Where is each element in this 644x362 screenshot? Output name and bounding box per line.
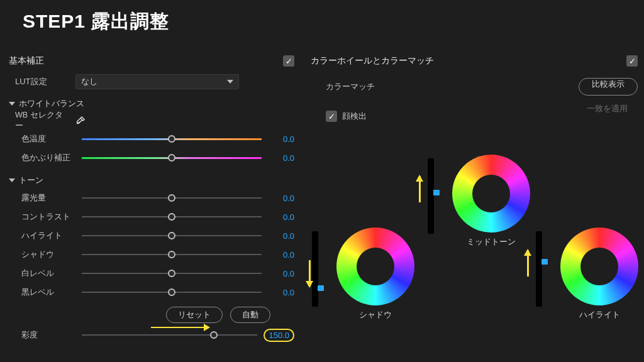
- chevron-down-icon: [9, 102, 15, 106]
- basic-enable-checkbox[interactable]: [283, 55, 294, 67]
- compare-button[interactable]: 比較表示: [579, 78, 638, 96]
- shadows-luma-slider[interactable]: [312, 231, 318, 307]
- tone-heading[interactable]: トーン: [9, 175, 294, 186]
- apply-match-button[interactable]: 一致を適用: [577, 103, 638, 121]
- highlights-color-wheel[interactable]: ハイライト: [556, 228, 643, 321]
- face-detect-label: 顔検出: [342, 111, 367, 122]
- annotation-arrow-down-icon: [309, 260, 311, 287]
- eyedropper-icon[interactable]: [75, 116, 86, 126]
- slider-whites[interactable]: 白レベル 0.0: [9, 264, 294, 283]
- basic-correction-panel: 基本補正 LUT設定 なし ホワイトバランス WB セレクター 色温度: [9, 55, 294, 344]
- slider-temperature[interactable]: 色温度 0.0: [9, 129, 294, 148]
- lut-label: LUT設定: [15, 76, 70, 87]
- annotation-arrow-right-icon: [151, 327, 209, 328]
- reset-button[interactable]: リセット: [166, 307, 223, 323]
- highlights-luma-slider[interactable]: [536, 231, 542, 307]
- face-detect-checkbox[interactable]: [326, 111, 337, 122]
- annotation-arrow-up-icon: [527, 250, 529, 277]
- page-title: STEP1 露出調整: [23, 9, 169, 35]
- chevron-down-icon: [227, 80, 233, 84]
- lut-select[interactable]: なし: [75, 74, 239, 89]
- wheels-heading: カラーホイールとカラーマッチ: [311, 55, 434, 67]
- wheels-enable-checkbox[interactable]: [626, 55, 638, 67]
- white-balance-heading[interactable]: ホワイトバランス: [9, 98, 294, 109]
- shadows-color-wheel[interactable]: シャドウ: [332, 228, 419, 321]
- slider-shadows[interactable]: シャドウ 0.0: [9, 245, 294, 264]
- midtones-luma-slider[interactable]: [428, 158, 434, 234]
- saturation-value-highlight[interactable]: 150.0: [264, 329, 294, 342]
- wb-selector-label: WB セレクター: [15, 110, 70, 131]
- color-wheels-panel: カラーホイールとカラーマッチ カラーマッチ 比較表示 顔検出 一致を適用: [311, 55, 638, 122]
- slider-contrast[interactable]: コントラスト 0.0: [9, 207, 294, 226]
- slider-blacks[interactable]: 黒レベル 0.0: [9, 283, 294, 302]
- auto-button[interactable]: 自動: [230, 307, 270, 323]
- midtones-color-wheel[interactable]: ミッドトーン: [448, 155, 535, 248]
- slider-saturation[interactable]: 彩度 150.0: [9, 326, 294, 344]
- chevron-down-icon: [9, 178, 15, 182]
- slider-tint[interactable]: 色かぶり補正 0.0: [9, 148, 294, 167]
- slider-highlights[interactable]: ハイライト 0.0: [9, 226, 294, 245]
- lut-value: なし: [81, 76, 97, 87]
- annotation-arrow-up-icon: [419, 176, 421, 202]
- color-match-label: カラーマッチ: [311, 81, 375, 92]
- basic-heading: 基本補正: [9, 55, 44, 67]
- slider-exposure[interactable]: 露光量 0.0: [9, 189, 294, 207]
